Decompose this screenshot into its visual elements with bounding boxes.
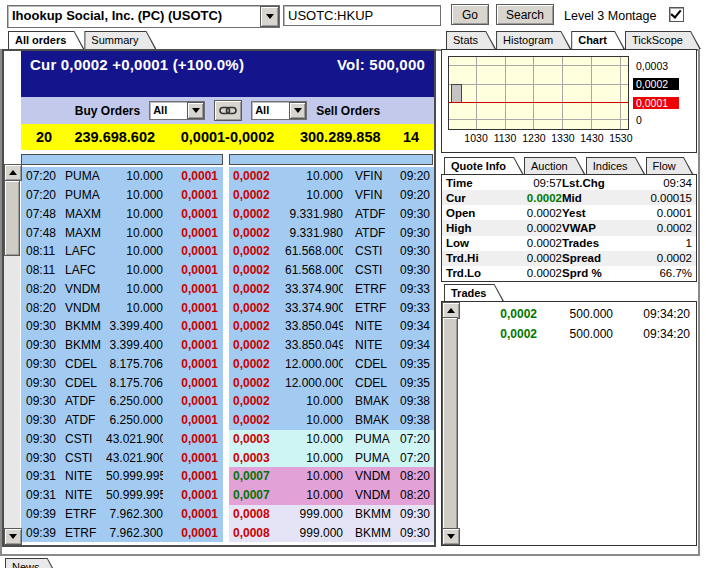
ask-row[interactable]: 0,0002 10.000 BMAK 09:38	[229, 411, 434, 430]
tab-indices[interactable]: Indices	[586, 157, 646, 175]
ask-mm: VFIN	[355, 188, 393, 202]
quote-row: High 0.0002 VWAP 0.0002	[442, 220, 696, 235]
ask-size: 999.000	[285, 526, 343, 540]
bid-size: 7.962.300	[106, 526, 163, 540]
tab-stats[interactable]: Stats	[446, 31, 496, 49]
ask-row[interactable]: 0,0008 999.000 BKMM 09:30	[229, 523, 434, 542]
bid-mm: PUMA	[65, 188, 106, 202]
bid-row[interactable]: 08:11 LAFC 10.000 0,0001	[21, 242, 223, 261]
bid-time: 09:30	[26, 394, 65, 408]
ask-time: 09:35	[393, 376, 430, 390]
bid-row[interactable]: 09:30 BKMM 3.399.400 0,0001	[21, 336, 223, 355]
chevron-down-icon[interactable]	[289, 102, 306, 119]
x-tick-label: 1430	[577, 132, 607, 144]
chevron-down-icon[interactable]	[260, 6, 279, 27]
quote-label: High	[446, 222, 496, 234]
ask-row[interactable]: 0,0002 10.000 VFIN 09:20	[229, 167, 434, 186]
bid-row[interactable]: 09:30 BKMM 3.399.400 0,0001	[21, 317, 223, 336]
bid-row[interactable]: 09:30 ATDF 6.250.000 0,0001	[21, 392, 223, 411]
trade-size: 500.000	[537, 327, 613, 341]
quote-label: Lst.Chg	[562, 177, 626, 189]
scroll-down-icon[interactable]	[4, 528, 22, 545]
bid-row[interactable]: 09:30 CSTI 43.021.900 0,0001	[21, 448, 223, 467]
ask-row[interactable]: 0,0007 10.000 VNDM 08:20	[229, 467, 434, 486]
ask-time: 09:38	[393, 413, 430, 427]
bid-row[interactable]: 09:31 NITE 50.999.995 0,0001	[21, 467, 223, 486]
ask-row[interactable]: 0,0002 61.568.000 CSTI 09:30	[229, 242, 434, 261]
tab-summary[interactable]: Summary	[84, 31, 156, 49]
tab-chart[interactable]: Chart	[571, 31, 625, 49]
ask-row[interactable]: 0,0007 10.000 VNDM 08:20	[229, 486, 434, 505]
ask-row[interactable]: 0,0002 33.374.900 ETRF 09:33	[229, 280, 434, 299]
tab-all-orders[interactable]: All orders	[8, 31, 84, 49]
bid-row[interactable]: 08:20 VNDM 10.000 0,0001	[21, 280, 223, 299]
bid-price: 0,0001	[163, 319, 223, 333]
bid-row[interactable]: 07:20 PUMA 10.000 0,0001	[21, 167, 223, 186]
trades-scrollbar[interactable]	[442, 302, 458, 545]
bid-row[interactable]: 07:48 MAXM 10.000 0,0001	[21, 223, 223, 242]
tab-quote-info[interactable]: Quote Info	[444, 157, 524, 175]
tab-auction[interactable]: Auction	[524, 157, 586, 175]
tab-flow[interactable]: Flow	[646, 157, 694, 175]
ask-row[interactable]: 0,0002 33.850.049 NITE 09:34	[229, 336, 434, 355]
bid-mm: ETRF	[65, 526, 106, 540]
ask-size: 10.000	[285, 188, 343, 202]
ask-row[interactable]: 0,0002 61.568.000 CSTI 09:30	[229, 261, 434, 280]
bid-row[interactable]: 09:39 ETRF 7.962.300 0,0001	[21, 523, 223, 542]
ask-price: 0,0002	[233, 357, 285, 371]
ask-row[interactable]: 0,0008 999.000 BKMM 09:30	[229, 505, 434, 524]
ask-row[interactable]: 0,0002 10.000 BMAK 09:38	[229, 392, 434, 411]
ask-row[interactable]: 0,0002 9.331.980 ATDF 09:30	[229, 205, 434, 224]
link-filters-button[interactable]	[214, 100, 242, 121]
ask-row[interactable]: 0,0002 33.850.049 NITE 09:34	[229, 317, 434, 336]
bid-time: 08:20	[26, 282, 65, 296]
bid-row[interactable]: 08:11 LAFC 10.000 0,0001	[21, 261, 223, 280]
ask-row[interactable]: 0,0003 10.000 PUMA 07:20	[229, 430, 434, 449]
search-button[interactable]: Search	[496, 4, 554, 25]
ask-time: 09:38	[393, 394, 430, 408]
quote-label: Trades	[562, 237, 626, 249]
bid-time: 09:30	[26, 357, 65, 371]
bid-row[interactable]: 09:31 NITE 50.999.995 0,0001	[21, 486, 223, 505]
bid-row[interactable]: 09:30 CDEL 8.175.706 0,0001	[21, 373, 223, 392]
ask-price: 0,0002	[233, 376, 285, 390]
bid-row[interactable]: 09:30 CSTI 43.021.900 0,0001	[21, 430, 223, 449]
bid-row[interactable]: 08:20 VNDM 10.000 0,0001	[21, 298, 223, 317]
chevron-down-icon[interactable]	[187, 102, 204, 119]
inside-spread: 0,0001-0,0002	[163, 129, 293, 145]
tab-histogram[interactable]: Histogram	[496, 31, 571, 49]
ask-time: 07:20	[393, 432, 430, 446]
ask-row[interactable]: 0,0002 9.331.980 ATDF 09:30	[229, 223, 434, 242]
bid-row[interactable]: 09:39 ETRF 7.962.300 0,0001	[21, 505, 223, 524]
go-button[interactable]: Go	[451, 4, 489, 25]
sell-filter-select[interactable]: All	[251, 101, 307, 120]
bid-row[interactable]: 09:30 CDEL 8.175.706 0,0001	[21, 355, 223, 374]
quote-value: 0.0002	[496, 222, 562, 234]
bid-size: 10.000	[106, 226, 163, 240]
quote-label: VWAP	[562, 222, 626, 234]
ask-row[interactable]: 0,0002 10.000 VFIN 09:20	[229, 186, 434, 205]
scrollbar-thumb[interactable]	[4, 180, 20, 256]
scrollbar-thumb[interactable]	[442, 317, 458, 530]
tab-trades[interactable]: Trades	[444, 284, 504, 302]
ask-row[interactable]: 0,0003 10.000 PUMA 07:20	[229, 448, 434, 467]
ask-row[interactable]: 0,0002 12.000.000 CDEL 09:35	[229, 355, 434, 374]
ask-price: 0,0002	[233, 169, 285, 183]
scroll-down-icon[interactable]	[442, 528, 460, 545]
book-scrollbar[interactable]	[4, 164, 20, 545]
bid-row[interactable]: 09:30 ATDF 6.250.000 0,0001	[21, 411, 223, 430]
current-price-line: Cur 0,0002 +0,0001 (+100.0%)	[30, 56, 244, 97]
scroll-up-icon[interactable]	[4, 164, 22, 181]
bid-row[interactable]: 07:48 MAXM 10.000 0,0001	[21, 205, 223, 224]
bid-row[interactable]: 07:20 PUMA 10.000 0,0001	[21, 186, 223, 205]
tab-news[interactable]: News	[5, 558, 58, 568]
level3-montage-checkbox[interactable]	[669, 7, 684, 22]
tab-tickscope[interactable]: TickScope	[625, 31, 701, 49]
ask-row[interactable]: 0,0002 12.000.000 CDEL 09:35	[229, 373, 434, 392]
quote-label: Yest	[562, 207, 626, 219]
ask-row[interactable]: 0,0002 33.374.900 ETRF 09:33	[229, 298, 434, 317]
symbol-select[interactable]: Ihookup Social, Inc. (PC) (USOTC)	[7, 5, 280, 28]
symbol-input[interactable]	[283, 5, 441, 26]
buy-filter-select[interactable]: All	[149, 101, 205, 120]
quote-row: Cur 0.0002 Mid 0.00015	[442, 190, 696, 205]
